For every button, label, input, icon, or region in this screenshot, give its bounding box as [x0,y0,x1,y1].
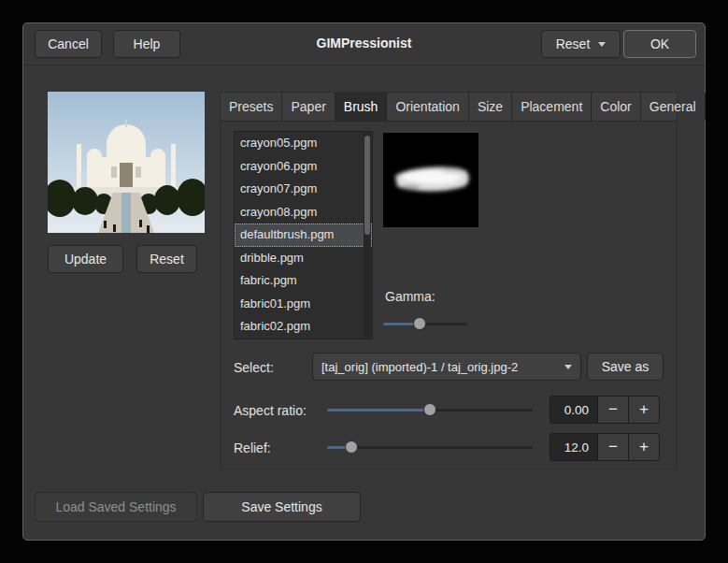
load-saved-settings-button[interactable]: Load Saved Settings [35,492,197,522]
dialog-header: Cancel Help GIMPressionist Reset OK [23,23,705,65]
aspect-ratio-label: Aspect ratio: [234,403,307,418]
aspect-ratio-increment-button[interactable]: + [628,396,660,424]
relief-slider[interactable] [327,440,533,454]
brush-list-item[interactable]: fabric.pgm [235,269,372,293]
select-label: Select: [234,360,274,375]
brush-list-item[interactable]: crayon07.pgm [235,178,372,201]
brush-list-item[interactable]: dribble.pgm [235,247,372,270]
tab-general[interactable]: General [641,93,706,121]
brush-list-item[interactable]: fabric02.pgm [235,315,372,339]
brush-list-scrollbar[interactable] [364,133,371,338]
chevron-down-icon [564,365,572,369]
tab-brush[interactable]: Brush [335,93,388,121]
tab-paper[interactable]: Paper [282,93,335,121]
gamma-slider-thumb[interactable] [413,317,426,330]
brush-list-item[interactable]: crayon06.pgm [235,155,372,179]
tab-color[interactable]: Color [592,93,640,121]
aspect-ratio-entry[interactable] [550,396,598,424]
tab-size[interactable]: Size [469,93,512,121]
tab-orientation[interactable]: Orientation [387,93,468,121]
scrollbar-thumb[interactable] [364,136,370,235]
relief-entry[interactable] [550,433,598,461]
preview-image [48,92,205,233]
aspect-ratio-slider[interactable] [327,403,533,416]
relief-slider-thumb[interactable] [345,440,358,454]
brush-list-item[interactable]: crayon08.pgm [235,201,372,224]
gamma-slider[interactable] [383,317,467,330]
aspect-ratio-spinbox: − + [550,396,660,424]
save-as-button[interactable]: Save as [587,353,664,381]
aspect-ratio-slider-fill [327,409,430,411]
tab-placement[interactable]: Placement [512,93,592,121]
preview-reset-button[interactable]: Reset [136,245,197,273]
update-button[interactable]: Update [48,245,123,273]
aspect-ratio-decrement-button[interactable]: − [597,396,629,424]
brush-select-dropdown[interactable]: [taj_orig] (imported)-1 / taj_orig.jpg-2 [312,353,581,381]
relief-increment-button[interactable]: + [628,433,660,461]
tab-bar: Presets Paper Brush Orientation Size Pla… [221,93,677,122]
brush-select-value: [taj_orig] (imported)-1 / taj_orig.jpg-2 [321,360,518,374]
reset-menu-label: Reset [556,36,591,51]
aspect-ratio-slider-thumb[interactable] [423,403,436,416]
gimpressionist-dialog: Cancel Help GIMPressionist Reset OK [22,22,706,541]
save-settings-button[interactable]: Save Settings [203,492,361,522]
tab-presets[interactable]: Presets [221,93,282,121]
brush-list-item[interactable]: crayon05.pgm [235,132,372,155]
reset-menu-button[interactable]: Reset [541,30,621,58]
relief-spinbox: − + [550,433,660,461]
chevron-down-icon [598,42,606,47]
relief-decrement-button[interactable]: − [597,433,629,461]
brush-list-item[interactable]: fabric01.pgm [235,293,372,316]
brush-list-item-selected[interactable]: defaultbrush.pgm [235,224,372,247]
settings-notebook: Presets Paper Brush Orientation Size Pla… [220,92,678,469]
brush-preview [383,133,478,227]
brush-list: crayon05.pgm crayon06.pgm crayon07.pgm c… [234,131,373,339]
relief-label: Relief: [234,440,271,455]
ok-button[interactable]: OK [623,30,696,58]
gamma-label: Gamma: [385,289,435,304]
